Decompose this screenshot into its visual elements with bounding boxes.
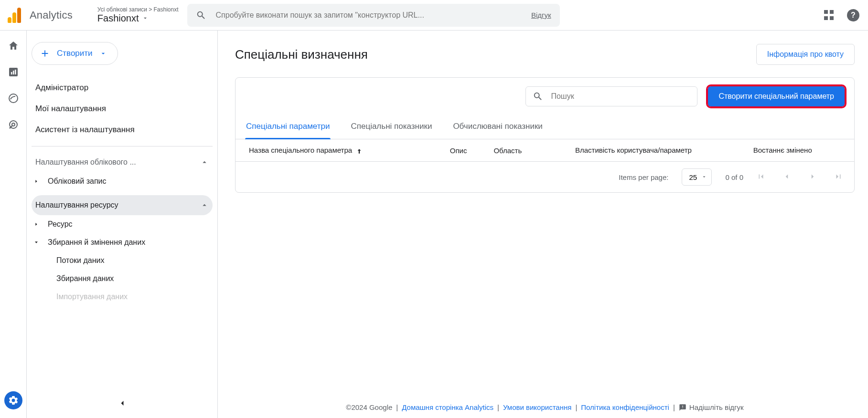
- admin-gear-icon[interactable]: [4, 391, 22, 409]
- app-name: Analytics: [30, 9, 73, 21]
- tree-account[interactable]: Обліковий запис: [32, 172, 213, 190]
- reports-icon[interactable]: [8, 66, 19, 79]
- svg-point-6: [12, 123, 15, 126]
- first-page-button[interactable]: [757, 172, 765, 182]
- account-switcher[interactable]: Усі облікові записи > Fashionxt Fashionx…: [97, 7, 179, 23]
- property-selector[interactable]: Fashionxt: [97, 13, 179, 23]
- caret-down-icon: [34, 240, 39, 245]
- svg-rect-3: [15, 70, 16, 74]
- tab-calculated[interactable]: Обчислювані показники: [452, 117, 543, 139]
- tree-import[interactable]: Імпортування даних: [32, 288, 213, 306]
- col-scope[interactable]: Область: [479, 139, 536, 161]
- last-page-button[interactable]: [834, 172, 843, 182]
- definitions-card: Створити спеціальний параметр Спеціальні…: [235, 77, 855, 193]
- tree-account-label: Обліковий запис: [48, 177, 107, 186]
- explore-icon[interactable]: [8, 93, 19, 105]
- app-header: Analytics Усі облікові записи > Fashionx…: [0, 0, 868, 31]
- table-search[interactable]: [525, 86, 697, 106]
- footer-analytics-home[interactable]: Домашня сторінка Analytics: [402, 403, 493, 411]
- tree-resource-label: Ресурс: [48, 220, 73, 229]
- apps-icon[interactable]: [824, 10, 835, 21]
- search-icon: [196, 10, 206, 21]
- home-icon[interactable]: [8, 40, 19, 53]
- advertising-icon[interactable]: [8, 119, 19, 132]
- col-user-property[interactable]: Властивість користувача/параметр: [536, 139, 730, 161]
- property-name: Fashionxt: [97, 13, 139, 23]
- next-page-button[interactable]: [808, 172, 817, 182]
- tree-data-collection-label: Збирання й змінення даних: [48, 238, 145, 247]
- analytics-logo-icon: [8, 8, 21, 23]
- col-name[interactable]: Назва спеціального параметра: [236, 139, 438, 161]
- left-nav-rail: [0, 31, 27, 418]
- global-search[interactable]: Відгук: [187, 4, 560, 27]
- footer-send-feedback[interactable]: Надішліть відгук: [679, 403, 744, 411]
- collapse-sidebar-button[interactable]: [118, 398, 127, 409]
- page-title: Спеціальні визначення: [235, 47, 368, 62]
- chevron-up-icon: [200, 201, 209, 209]
- items-per-page-label: Items per page:: [619, 173, 668, 181]
- chevron-up-icon: [200, 158, 209, 167]
- col-last-changed[interactable]: Востаннє змінено: [730, 139, 835, 161]
- create-button[interactable]: Створити: [32, 42, 118, 65]
- main-content: Спеціальні визначення Інформація про кво…: [218, 31, 868, 418]
- arrow-up-icon: [356, 148, 363, 155]
- caret-down-icon: [99, 50, 107, 57]
- tree-resource[interactable]: Ресурс: [32, 215, 213, 233]
- page-range: 0 of 0: [725, 173, 743, 181]
- footer-terms[interactable]: Умови використання: [503, 403, 571, 411]
- caret-right-icon: [34, 222, 39, 227]
- page-footer: ©2024 Google| Домашня сторінка Analytics…: [235, 397, 855, 418]
- section-account-settings-label: Налаштування облікового ...: [35, 158, 136, 167]
- admin-sidebar: Створити Адміністратор Мої налаштування …: [27, 31, 218, 418]
- prev-page-button[interactable]: [782, 172, 791, 182]
- svg-rect-2: [13, 71, 14, 74]
- section-property-settings[interactable]: Налаштування ресурсу: [32, 195, 213, 215]
- tabs: Спеціальні параметри Спеціальні показник…: [236, 110, 854, 139]
- page-size-select[interactable]: 25: [682, 168, 712, 186]
- create-button-label: Створити: [57, 49, 93, 58]
- tree-data-collection[interactable]: Збирання й змінення даних: [32, 233, 213, 251]
- plus-icon: [40, 48, 50, 59]
- caret-down-icon: [142, 15, 149, 21]
- nav-setup-assistant[interactable]: Асистент із налаштування: [32, 119, 213, 140]
- table-search-input[interactable]: [550, 92, 690, 101]
- tab-dimensions[interactable]: Спеціальні параметри: [245, 117, 331, 139]
- tree-collection[interactable]: Збирання даних: [32, 270, 213, 288]
- nav-my-settings[interactable]: Мої налаштування: [32, 98, 213, 119]
- tab-metrics[interactable]: Спеціальні показники: [350, 117, 433, 139]
- table-pager: Items per page: 25 0 of 0: [236, 161, 854, 192]
- nav-administrator[interactable]: Адміністратор: [32, 77, 213, 98]
- svg-rect-1: [11, 72, 12, 74]
- copyright: ©2024 Google: [346, 403, 392, 411]
- global-search-input[interactable]: [215, 10, 523, 20]
- caret-right-icon: [34, 179, 39, 184]
- chevron-left-icon: [118, 398, 127, 408]
- search-icon: [533, 91, 543, 102]
- breadcrumb: Усі облікові записи > Fashionxt: [97, 7, 179, 13]
- col-description[interactable]: Опис: [438, 139, 479, 161]
- help-icon[interactable]: ?: [847, 9, 859, 21]
- quota-info-button[interactable]: Інформація про квоту: [756, 44, 855, 65]
- section-account-settings[interactable]: Налаштування облікового ...: [32, 152, 213, 172]
- svg-point-4: [9, 94, 18, 103]
- create-dimension-button[interactable]: Створити спеціальний параметр: [708, 86, 845, 106]
- feedback-icon: [679, 404, 686, 411]
- feedback-link[interactable]: Відгук: [531, 11, 551, 19]
- dimensions-table: Назва спеціального параметра Опис Област…: [236, 139, 854, 161]
- tree-data-streams[interactable]: Потоки даних: [32, 251, 213, 270]
- section-property-settings-label: Налаштування ресурсу: [35, 201, 118, 209]
- footer-privacy[interactable]: Політика конфіденційності: [581, 403, 669, 411]
